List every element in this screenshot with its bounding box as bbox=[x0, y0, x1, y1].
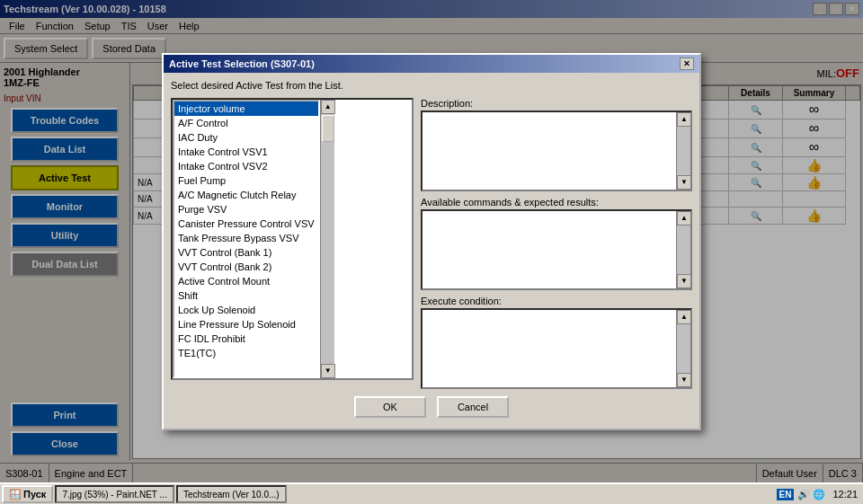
scroll-down-button[interactable]: ▼ bbox=[321, 364, 335, 378]
scroll-track bbox=[321, 114, 334, 364]
taskbar-paint-item[interactable]: 7.jpg (53%) - Paint.NET ... bbox=[55, 485, 174, 503]
list-scrollbar[interactable]: ▲ ▼ bbox=[320, 100, 334, 378]
list-item[interactable]: TE1(TC) bbox=[174, 346, 318, 360]
description-section: Description: ▲ ▼ bbox=[421, 98, 692, 191]
desc-scroll-track bbox=[677, 127, 690, 175]
modal-columns: Injector volumeA/F ControlIAC DutyIntake… bbox=[171, 98, 692, 389]
modal-instruction: Select desired Active Test from the List… bbox=[171, 80, 692, 91]
modal-title: Active Test Selection (S307-01) bbox=[169, 58, 315, 69]
list-item[interactable]: Line Pressure Up Solenoid bbox=[174, 317, 318, 332]
list-item[interactable]: FC IDL Prohibit bbox=[174, 332, 318, 346]
list-item[interactable]: Fuel Pump bbox=[174, 173, 318, 188]
exec-scroll-track bbox=[677, 324, 690, 373]
start-button[interactable]: 🪟 Пуск bbox=[2, 485, 53, 503]
exec-scrollbar[interactable]: ▲ ▼ bbox=[676, 310, 690, 387]
list-item[interactable]: Active Control Mount bbox=[174, 274, 318, 288]
scroll-up-button[interactable]: ▲ bbox=[321, 100, 335, 114]
start-icon: 🪟 bbox=[9, 489, 22, 500]
list-item[interactable]: Tank Pressure Bypass VSV bbox=[174, 231, 318, 245]
modal-overlay: Active Test Selection (S307-01) ✕ Select… bbox=[0, 0, 863, 482]
avail-scrollbar[interactable]: ▲ ▼ bbox=[676, 211, 690, 288]
system-tray: 🔊 🌐 bbox=[797, 489, 825, 500]
modal-title-bar: Active Test Selection (S307-01) ✕ bbox=[164, 55, 699, 73]
taskbar: 🪟 Пуск 7.jpg (53%) - Paint.NET ... Techs… bbox=[0, 482, 863, 504]
execute-label: Execute condition: bbox=[421, 296, 692, 306]
list-item[interactable]: Intake Control VSV2 bbox=[174, 159, 318, 173]
avail-scroll-track bbox=[677, 225, 690, 274]
cancel-button[interactable]: Cancel bbox=[437, 396, 509, 418]
desc-scrollbar[interactable]: ▲ ▼ bbox=[676, 112, 690, 190]
execute-box: ▲ ▼ bbox=[421, 308, 692, 389]
scroll-thumb[interactable] bbox=[322, 115, 334, 142]
desc-scroll-up[interactable]: ▲ bbox=[677, 112, 691, 127]
avail-scroll-up[interactable]: ▲ bbox=[677, 211, 691, 225]
list-item[interactable]: Injector volume bbox=[174, 102, 318, 116]
modal-close-button[interactable]: ✕ bbox=[680, 57, 694, 70]
desc-scroll-down[interactable]: ▼ bbox=[677, 175, 691, 190]
list-item[interactable]: Lock Up Solenoid bbox=[174, 303, 318, 317]
list-wrapper: Injector volumeA/F ControlIAC DutyIntake… bbox=[171, 98, 414, 380]
available-label: Available commands & expected results: bbox=[421, 197, 692, 208]
list-item[interactable]: Shift bbox=[174, 288, 318, 303]
execute-condition-section: Execute condition: ▲ ▼ bbox=[421, 296, 692, 389]
taskbar-techstream-item[interactable]: Techstream (Ver 10.0...) bbox=[176, 485, 287, 503]
modal-body: Select desired Active Test from the List… bbox=[164, 73, 699, 429]
list-item[interactable]: VVT Control (Bank 2) bbox=[174, 260, 318, 274]
ok-button[interactable]: OK bbox=[354, 396, 426, 418]
exec-scroll-down[interactable]: ▼ bbox=[677, 373, 691, 387]
taskbar-right: EN 🔊 🌐 12:21 bbox=[777, 489, 862, 500]
available-commands-section: Available commands & expected results: ▲… bbox=[421, 197, 692, 290]
list-item[interactable]: Purge VSV bbox=[174, 202, 318, 217]
description-box: ▲ ▼ bbox=[421, 111, 692, 191]
clock: 12:21 bbox=[829, 489, 861, 500]
list-item[interactable]: Canister Pressure Control VSV bbox=[174, 217, 318, 231]
modal-list-panel: Injector volumeA/F ControlIAC DutyIntake… bbox=[171, 98, 414, 389]
modal-list[interactable]: Injector volumeA/F ControlIAC DutyIntake… bbox=[173, 100, 320, 378]
modal-description-panel: Description: ▲ ▼ Available commands & ex… bbox=[421, 98, 692, 389]
available-box: ▲ ▼ bbox=[421, 209, 692, 290]
list-item[interactable]: A/F Control bbox=[174, 116, 318, 130]
modal-buttons: OK Cancel bbox=[171, 389, 692, 421]
exec-scroll-up[interactable]: ▲ bbox=[677, 310, 691, 324]
active-test-modal: Active Test Selection (S307-01) ✕ Select… bbox=[162, 53, 701, 430]
list-item[interactable]: Intake Control VSV1 bbox=[174, 145, 318, 159]
list-item[interactable]: IAC Duty bbox=[174, 130, 318, 145]
language-indicator[interactable]: EN bbox=[777, 489, 795, 500]
avail-scroll-down[interactable]: ▼ bbox=[677, 274, 691, 288]
description-label: Description: bbox=[421, 98, 692, 109]
start-label: Пуск bbox=[23, 489, 46, 500]
list-item[interactable]: VVT Control (Bank 1) bbox=[174, 245, 318, 260]
list-item[interactable]: A/C Magnetic Clutch Relay bbox=[174, 188, 318, 202]
